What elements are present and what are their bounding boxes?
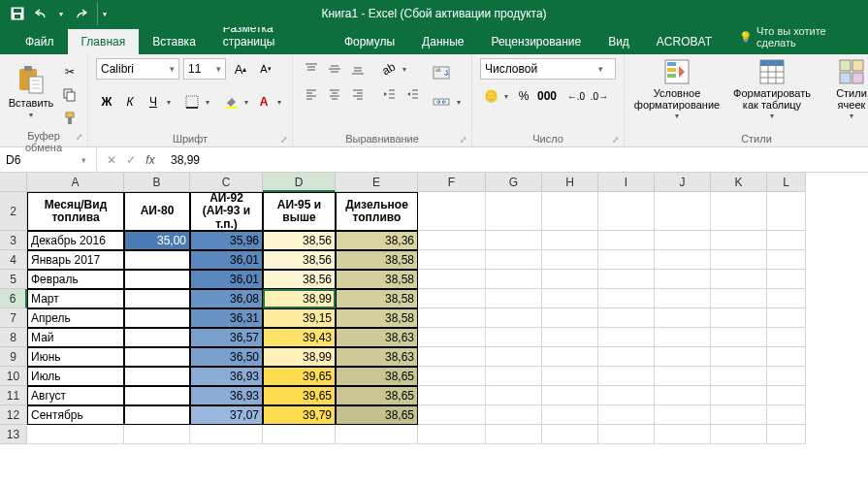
tab-acrobat[interactable]: ACROBAT xyxy=(643,29,725,54)
cell-E4[interactable]: 38,58 xyxy=(336,250,418,270)
number-format-combo[interactable]: ▾ xyxy=(480,58,616,80)
cell-E2[interactable]: Дизельное топливо xyxy=(336,192,418,231)
cell-K3[interactable] xyxy=(711,231,767,250)
cell-J5[interactable] xyxy=(655,270,711,289)
cell-H12[interactable] xyxy=(542,405,598,425)
qat-customize-dropdown[interactable]: ▾ xyxy=(97,2,111,25)
cell-I13[interactable] xyxy=(598,425,655,444)
copy-button[interactable] xyxy=(60,85,80,105)
cell-B8[interactable] xyxy=(124,328,190,347)
cell-B9[interactable] xyxy=(124,347,190,367)
increase-decimal-button[interactable]: ←.0 xyxy=(565,85,587,107)
row-header-9[interactable]: 9 xyxy=(0,347,27,367)
cell-E6[interactable]: 38,58 xyxy=(336,289,418,308)
cell-C6[interactable]: 36,08 xyxy=(190,289,263,308)
cell-K10[interactable] xyxy=(711,367,767,386)
cell-D13[interactable] xyxy=(263,425,336,444)
cell-D6[interactable]: 38,99 xyxy=(263,289,336,308)
cell-D11[interactable]: 39,65 xyxy=(263,386,336,405)
column-header-F[interactable]: F xyxy=(418,173,486,192)
cell-A2[interactable]: Месяц/Вид топлива xyxy=(27,192,124,231)
cell-J10[interactable] xyxy=(655,367,711,386)
cell-H2[interactable] xyxy=(542,192,598,231)
cell-I4[interactable] xyxy=(598,250,655,270)
bold-button[interactable]: Ж xyxy=(96,91,117,113)
increase-font-button[interactable]: A▴ xyxy=(230,58,251,80)
align-bottom-button[interactable] xyxy=(347,58,369,80)
dialog-launcher-icon[interactable]: ⤢ xyxy=(76,132,83,142)
cell-J6[interactable] xyxy=(655,289,711,308)
fill-color-button[interactable] xyxy=(220,91,241,113)
cell-K7[interactable] xyxy=(711,308,767,328)
cell-G10[interactable] xyxy=(486,367,542,386)
cell-H4[interactable] xyxy=(542,250,598,270)
chevron-down-icon[interactable]: ▾ xyxy=(72,155,96,165)
cell-F7[interactable] xyxy=(418,308,486,328)
cell-I10[interactable] xyxy=(598,367,655,386)
cell-K5[interactable] xyxy=(711,270,767,289)
cell-I7[interactable] xyxy=(598,308,655,328)
cell-I9[interactable] xyxy=(598,347,655,367)
cell-G3[interactable] xyxy=(486,231,542,250)
format-painter-button[interactable] xyxy=(60,109,80,128)
decrease-decimal-button[interactable]: .0→ xyxy=(589,85,610,107)
column-header-A[interactable]: A xyxy=(27,173,124,192)
select-all-button[interactable] xyxy=(0,173,27,192)
cell-H9[interactable] xyxy=(542,347,598,367)
cell-I2[interactable] xyxy=(598,192,655,231)
cell-C3[interactable]: 35,96 xyxy=(190,231,263,250)
cell-G2[interactable] xyxy=(486,192,542,231)
cell-J12[interactable] xyxy=(655,405,711,425)
formula-bar[interactable] xyxy=(165,153,868,167)
row-header-3[interactable]: 3 xyxy=(0,231,27,250)
cell-A8[interactable]: Май xyxy=(27,328,124,347)
cell-I3[interactable] xyxy=(598,231,655,250)
cell-A4[interactable]: Январь 2017 xyxy=(27,250,124,270)
cut-button[interactable]: ✂ xyxy=(60,62,80,81)
column-header-C[interactable]: C xyxy=(190,173,263,192)
chevron-down-icon[interactable]: ▾ xyxy=(501,85,511,107)
cell-F10[interactable] xyxy=(418,367,486,386)
cell-E12[interactable]: 38,65 xyxy=(336,405,418,425)
cell-L8[interactable] xyxy=(767,328,806,347)
cell-D3[interactable]: 38,56 xyxy=(263,231,336,250)
cell-C12[interactable]: 37,07 xyxy=(190,405,263,425)
chevron-down-icon[interactable]: ▾ xyxy=(165,64,178,74)
cell-H3[interactable] xyxy=(542,231,598,250)
cell-E9[interactable]: 38,63 xyxy=(336,347,418,367)
orientation-button[interactable]: ab xyxy=(378,58,400,80)
cell-H13[interactable] xyxy=(542,425,598,444)
cell-L12[interactable] xyxy=(767,405,806,425)
column-header-G[interactable]: G xyxy=(486,173,542,192)
cell-F5[interactable] xyxy=(418,270,486,289)
cell-H5[interactable] xyxy=(542,270,598,289)
cell-E11[interactable]: 38,65 xyxy=(336,386,418,405)
row-header-6[interactable]: 6 xyxy=(0,289,27,308)
cell-B6[interactable] xyxy=(124,289,190,308)
cell-C7[interactable]: 36,31 xyxy=(190,308,263,328)
cell-B2[interactable]: АИ-80 xyxy=(124,192,190,231)
align-top-button[interactable] xyxy=(301,58,322,80)
row-header-2[interactable]: 2 xyxy=(0,192,27,231)
cell-A5[interactable]: Февраль xyxy=(27,270,124,289)
cell-I8[interactable] xyxy=(598,328,655,347)
cell-I11[interactable] xyxy=(598,386,655,405)
chevron-down-icon[interactable]: ▾ xyxy=(164,91,174,113)
cell-C4[interactable]: 36,01 xyxy=(190,250,263,270)
cell-H11[interactable] xyxy=(542,386,598,405)
undo-button[interactable] xyxy=(31,2,54,25)
cell-styles-button[interactable]: Стили ячеек▾ xyxy=(822,58,868,121)
tab-home[interactable]: Главная xyxy=(68,29,140,54)
column-header-I[interactable]: I xyxy=(598,173,655,192)
dialog-launcher-icon[interactable]: ⤢ xyxy=(612,135,620,145)
cell-F11[interactable] xyxy=(418,386,486,405)
insert-function-button[interactable]: fx xyxy=(142,153,159,167)
cell-A9[interactable]: Июнь xyxy=(27,347,124,367)
cell-L4[interactable] xyxy=(767,250,806,270)
save-button[interactable] xyxy=(6,2,29,25)
align-right-button[interactable] xyxy=(347,83,369,105)
cell-L3[interactable] xyxy=(767,231,806,250)
cell-J4[interactable] xyxy=(655,250,711,270)
cell-E3[interactable]: 38,36 xyxy=(336,231,418,250)
cell-I12[interactable] xyxy=(598,405,655,425)
